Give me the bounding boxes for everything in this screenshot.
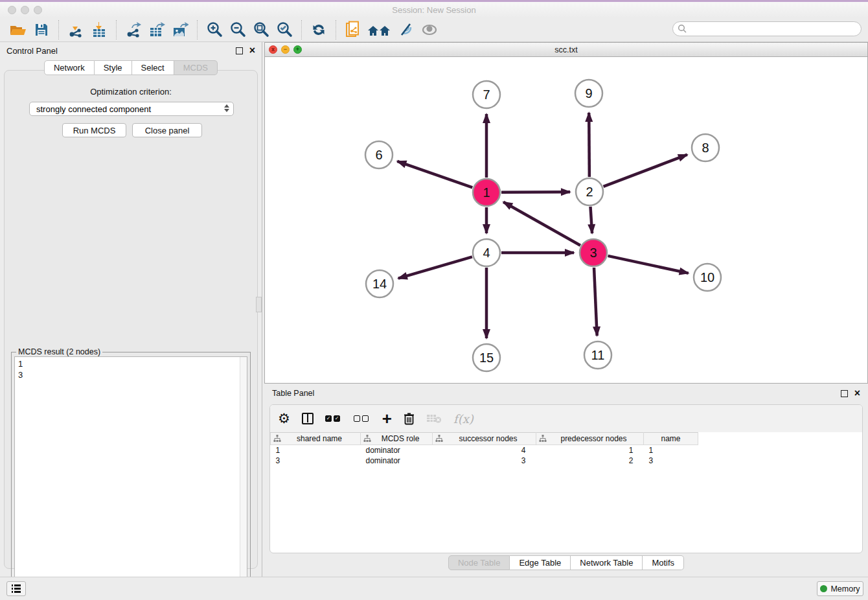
zoom-out-icon (229, 21, 246, 38)
eye-button[interactable] (418, 19, 441, 40)
search-input[interactable] (672, 21, 862, 36)
task-history-button[interactable] (6, 581, 26, 596)
graph-node-label-15: 15 (479, 351, 494, 365)
table-toolbar: ⚙ + f(x) (270, 405, 862, 432)
graph-node-label-2: 2 (586, 185, 593, 199)
tab-mcds[interactable]: MCDS (174, 60, 218, 75)
float-panel-icon[interactable] (236, 47, 243, 54)
toolbar-separator (116, 20, 117, 40)
column-header-shared-name[interactable]: shared name (271, 433, 361, 445)
export-image-button[interactable] (168, 19, 192, 40)
criterion-value: strongly connected component (36, 104, 151, 114)
table-row[interactable]: 1 dominator 4 1 1 (271, 445, 698, 456)
run-mcds-button[interactable]: Run MCDS (62, 123, 126, 137)
memory-label: Memory (830, 584, 860, 594)
zoom-selected-button[interactable] (273, 19, 296, 40)
graph-edge-2-9[interactable] (589, 113, 589, 177)
cell-name[interactable]: 3 (644, 456, 698, 466)
select-all-icon[interactable] (325, 411, 342, 426)
tab-node-table[interactable]: Node Table (448, 555, 510, 570)
column-header-successor-nodes[interactable]: successor nodes (433, 433, 536, 445)
tab-style[interactable]: Style (95, 60, 132, 75)
float-table-panel-icon[interactable] (841, 390, 848, 397)
columns-icon[interactable] (302, 411, 314, 426)
network-document-icon (345, 21, 361, 39)
cell-predecessor-nodes[interactable]: 1 (536, 445, 644, 456)
network-close-button[interactable]: x (269, 45, 277, 54)
criterion-dropdown[interactable]: strongly connected component (29, 102, 234, 116)
graph-edge-3-11[interactable] (594, 268, 597, 336)
graph-edge-1-2[interactable] (501, 192, 570, 192)
dropdown-stepper-icon (224, 104, 229, 112)
hide-details-button[interactable] (394, 19, 418, 40)
search-icon (678, 24, 687, 34)
deselect-all-icon[interactable] (354, 411, 371, 426)
graph-edge-3-1[interactable] (503, 202, 580, 246)
close-panel-button[interactable]: Close panel (132, 123, 202, 137)
app-titlebar: Session: New Session (0, 2, 868, 17)
import-table-button[interactable] (87, 19, 111, 40)
cell-successor-nodes[interactable]: 4 (433, 445, 536, 456)
close-panel-icon[interactable]: × (249, 45, 255, 56)
cell-shared-name[interactable]: 3 (271, 456, 361, 466)
tab-motifs[interactable]: Motifs (643, 555, 684, 570)
cell-name[interactable]: 1 (644, 445, 698, 456)
graph-edge-4-14[interactable] (398, 257, 472, 278)
export-network-button[interactable] (122, 19, 145, 40)
graph-edge-2-3[interactable] (590, 207, 592, 233)
panel-splitter-grip[interactable] (256, 297, 262, 312)
control-panel-header: Control Panel × (0, 42, 262, 59)
zoom-out-button[interactable] (226, 19, 249, 40)
cell-successor-nodes[interactable]: 3 (433, 456, 536, 466)
home-icon (367, 22, 393, 38)
close-table-panel-icon[interactable]: × (854, 388, 860, 398)
graph-node-label-11: 11 (591, 348, 605, 362)
graph-edge-3-10[interactable] (608, 256, 688, 273)
mcds-panel: Optimization criterion: strongly connect… (4, 70, 258, 569)
zoom-selected-icon (276, 21, 293, 38)
trash-icon (404, 412, 415, 425)
zoom-in-button[interactable] (203, 19, 226, 40)
result-scrollbar[interactable] (240, 357, 247, 591)
cell-predecessor-nodes[interactable]: 2 (536, 456, 644, 466)
cell-mcds-role[interactable]: dominator (361, 456, 433, 466)
table-header-row: shared name MCDS role successor nodes pr… (271, 433, 698, 445)
column-header-predecessor-nodes[interactable]: predecessor nodes (536, 433, 644, 445)
mcds-result-group: MCDS result (2 nodes) 1 3 (11, 352, 251, 595)
delete-icon[interactable] (404, 411, 415, 426)
import-network-button[interactable] (64, 19, 87, 40)
tab-network[interactable]: Network (44, 60, 95, 75)
cell-shared-name[interactable]: 1 (271, 445, 361, 456)
table-row[interactable]: 3 dominator 3 2 3 (271, 456, 698, 466)
network-minimize-button[interactable]: − (281, 45, 290, 54)
export-table-button[interactable] (145, 19, 168, 40)
zoom-fit-button[interactable] (249, 19, 273, 40)
tab-edge-table[interactable]: Edge Table (510, 555, 571, 570)
tab-select[interactable]: Select (132, 60, 174, 75)
mcds-result-area[interactable]: 1 3 (14, 356, 247, 592)
import-table-icon (91, 21, 108, 38)
network-zoom-button[interactable]: + (293, 45, 302, 54)
add-icon[interactable]: + (382, 411, 392, 426)
open-session-button[interactable] (6, 19, 30, 40)
gear-icon[interactable]: ⚙ (278, 411, 290, 426)
cell-mcds-role[interactable]: dominator (361, 445, 433, 456)
network-window-titlebar: scc.txt x − + (265, 43, 867, 57)
graph-edge-1-6[interactable] (397, 161, 472, 188)
network-document-button[interactable] (341, 19, 365, 40)
tab-network-table[interactable]: Network Table (571, 555, 643, 570)
refresh-button[interactable] (307, 19, 330, 40)
home-button[interactable] (365, 19, 394, 40)
memory-button[interactable]: Memory (817, 581, 863, 596)
column-header-name[interactable]: name (644, 433, 698, 445)
save-session-button[interactable] (30, 19, 53, 40)
memory-status-icon (820, 585, 827, 592)
network-canvas[interactable]: 1234678910111415 (265, 57, 867, 383)
table-panel-title: Table Panel (272, 389, 841, 398)
graph-node-label-14: 14 (372, 277, 387, 291)
graph-edge-2-8[interactable] (604, 155, 687, 187)
node-table: shared name MCDS role successor nodes pr… (270, 432, 698, 466)
column-header-mcds-role[interactable]: MCDS role (361, 433, 433, 445)
sitemap-icon (273, 435, 281, 443)
mcds-result-title: MCDS result (2 nodes) (16, 347, 102, 356)
